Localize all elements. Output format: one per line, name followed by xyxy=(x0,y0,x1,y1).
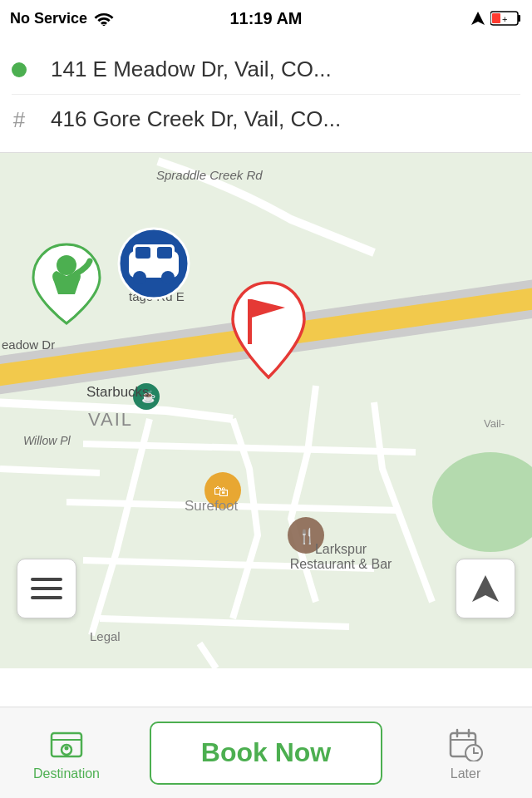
destination-row: # xyxy=(12,95,520,144)
origin-input[interactable] xyxy=(51,57,520,82)
destination-tab-label: Destination xyxy=(33,766,100,781)
later-icon xyxy=(447,725,484,761)
destination-hash: # xyxy=(12,109,27,131)
destination-marker[interactable] xyxy=(223,276,314,384)
poi-larkspur: LarkspurRestaurant & Bar xyxy=(274,542,407,572)
map-area: 70 ☕ 🛍 🍴 Spraddle Creek Rd tage Rd E ead… xyxy=(0,153,532,668)
town-vail: VAIL xyxy=(88,409,133,431)
road-label-meadow: eadow Dr xyxy=(2,337,55,352)
destination-input[interactable] xyxy=(51,106,520,132)
origin-row xyxy=(12,45,520,95)
svg-point-0 xyxy=(103,25,106,27)
search-area: # xyxy=(0,37,532,153)
svg-marker-26 xyxy=(472,575,499,602)
map-background: 70 ☕ 🛍 🍴 xyxy=(0,153,532,668)
hamburger-icon xyxy=(31,578,62,599)
car-marker xyxy=(116,226,191,301)
destination-tab[interactable]: Destination xyxy=(25,725,108,781)
road-label-vail: Vail- xyxy=(484,417,505,430)
status-bar: No Service 11:19 AM + xyxy=(0,0,532,37)
svg-point-30 xyxy=(65,746,69,750)
svg-rect-3 xyxy=(518,15,520,22)
poi-surefoot: Surefoot xyxy=(185,498,238,515)
book-now-button[interactable]: Book Now xyxy=(150,722,382,785)
location-button[interactable] xyxy=(456,559,515,618)
svg-marker-1 xyxy=(471,12,485,25)
menu-button[interactable] xyxy=(17,559,76,618)
origin-dot xyxy=(12,62,27,77)
road-label-willow: Willow Pl xyxy=(23,434,71,447)
location-arrow-icon xyxy=(470,11,485,26)
svg-point-23 xyxy=(161,271,175,284)
svg-rect-24 xyxy=(248,299,252,344)
svg-text:+: + xyxy=(502,14,507,24)
destination-icon xyxy=(48,725,85,761)
svg-rect-21 xyxy=(157,247,172,259)
navigate-icon xyxy=(470,573,501,604)
legal-label[interactable]: Legal xyxy=(90,629,121,643)
tab-bar: Destination Book Now Later xyxy=(0,707,532,798)
carrier-text: No Service xyxy=(10,10,87,27)
later-tab[interactable]: Later xyxy=(424,725,507,781)
svg-rect-20 xyxy=(135,247,150,259)
svg-rect-4 xyxy=(492,13,500,23)
book-now-label: Book Now xyxy=(201,737,331,768)
poi-starbucks: Starbucks xyxy=(86,384,150,401)
battery-icon: + xyxy=(490,10,522,27)
origin-marker[interactable] xyxy=(25,236,108,328)
road-label-spraddle: Spraddle Creek Rd xyxy=(156,168,263,182)
svg-point-22 xyxy=(133,271,146,284)
svg-text:🛍: 🛍 xyxy=(214,483,229,500)
time-display: 11:19 AM xyxy=(229,9,302,28)
later-tab-label: Later xyxy=(451,766,480,781)
svg-point-16 xyxy=(57,255,76,275)
wifi-icon xyxy=(94,11,114,26)
